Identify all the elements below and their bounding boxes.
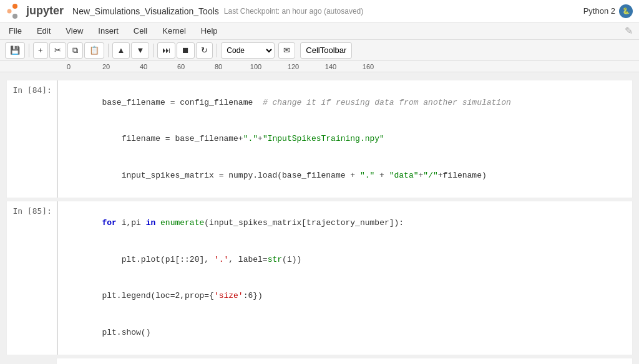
cell-85-line-4: plt.show(): [63, 314, 627, 351]
chart-output: 30 40 50 60 70 80 90 100 110 120 0 10 20…: [56, 358, 633, 365]
notebook-area: In [84]: base_filename = config_filename…: [0, 72, 639, 364]
scroll-num-40: 40: [125, 63, 162, 70]
scroll-num-160: 160: [349, 63, 387, 70]
cell-84-line-3: input_spikes_matrix = numpy.load(base_fi…: [63, 157, 627, 194]
cut-cell-button[interactable]: ✂: [49, 42, 66, 59]
svg-point-2: [7, 9, 12, 13]
cell-85-content[interactable]: for i,pi in enumerate(input_spikes_matri…: [57, 201, 632, 355]
scroll-num-80: 80: [200, 63, 237, 70]
jupyter-logo: jupyter: [6, 2, 64, 20]
notebook-title[interactable]: New_Simulations_Visualization_Tools: [72, 6, 219, 16]
scroll-num-0: 0: [50, 63, 87, 70]
cell-85[interactable]: In [85]: for i,pi in enumerate(input_spi…: [6, 201, 633, 355]
celltoolbar-button[interactable]: CellToolbar: [300, 42, 352, 59]
menu-kernel[interactable]: Kernel: [160, 25, 188, 37]
cell-85-line-2: plt.plot(pi[::20], '.', label=str(i)): [63, 241, 627, 278]
checkpoint-info: Last Checkpoint: an hour ago (autosaved): [224, 7, 363, 16]
paste-cell-button[interactable]: 📋: [84, 42, 104, 59]
jupyter-logo-icon: [6, 2, 24, 20]
python-label: Python 2: [583, 6, 615, 16]
step-forward-button[interactable]: ⏭: [157, 42, 175, 59]
toolbar-sep-3: [153, 44, 154, 57]
cell-85-prompt: In [85]:: [7, 201, 57, 355]
scroll-num-140: 140: [312, 63, 349, 70]
stop-button[interactable]: ⏹: [177, 42, 195, 59]
save-button[interactable]: 💾: [5, 42, 25, 59]
menu-help[interactable]: Help: [198, 25, 220, 37]
cell-84-line-1: base_filename = config_filename # change…: [63, 84, 627, 121]
scroll-num-120: 120: [275, 63, 312, 70]
copy-cell-button[interactable]: ⧉: [67, 42, 83, 59]
cell-85-line-3: plt.legend(loc=2,prop={'size':6}): [63, 278, 627, 315]
cell-85-line-1: for i,pi in enumerate(input_spikes_matri…: [63, 205, 627, 242]
menu-file[interactable]: File: [6, 25, 24, 37]
menubar: File Edit View Insert Cell Kernel Help ✎: [0, 22, 639, 40]
scroll-num-20: 20: [87, 63, 125, 70]
cell-84-line-2: filename = base_filename+"."+"InputSpike…: [63, 121, 627, 158]
edit-pencil-icon: ✎: [625, 25, 633, 37]
toolbar: 💾 + ✂ ⧉ 📋 ▲ ▼ ⏭ ⏹ ↻ Code Markdown Raw ✉ …: [0, 40, 639, 61]
add-cell-button[interactable]: +: [33, 42, 48, 59]
cell-84-prompt: In [84]:: [7, 80, 57, 198]
menu-cell[interactable]: Cell: [131, 25, 150, 37]
svg-point-0: [12, 4, 17, 9]
svg-point-1: [12, 14, 17, 19]
cell-84-content[interactable]: base_filename = config_filename # change…: [57, 80, 632, 198]
scroll-num-60: 60: [162, 63, 200, 70]
toolbar-sep-4: [217, 44, 217, 57]
python-badge: Python 2 🐍: [583, 4, 633, 18]
cell-type-select[interactable]: Code Markdown Raw: [221, 42, 275, 59]
menu-view[interactable]: View: [63, 25, 85, 37]
move-down-button[interactable]: ▼: [131, 42, 149, 59]
mail-button[interactable]: ✉: [278, 42, 295, 59]
menu-edit[interactable]: Edit: [34, 25, 53, 37]
scroll-num-100: 100: [237, 63, 275, 70]
menu-insert[interactable]: Insert: [95, 25, 121, 37]
move-up-button[interactable]: ▲: [112, 42, 130, 59]
scroll-numbers-row: 0 20 40 60 80 100 120 140 160: [0, 61, 639, 72]
toolbar-sep-2: [108, 44, 109, 57]
restart-button[interactable]: ↻: [196, 42, 213, 59]
python-icon: 🐍: [619, 4, 633, 18]
toolbar-sep-1: [29, 44, 29, 57]
cell-84[interactable]: In [84]: base_filename = config_filename…: [6, 80, 633, 198]
jupyter-brand: jupyter: [26, 4, 64, 17]
